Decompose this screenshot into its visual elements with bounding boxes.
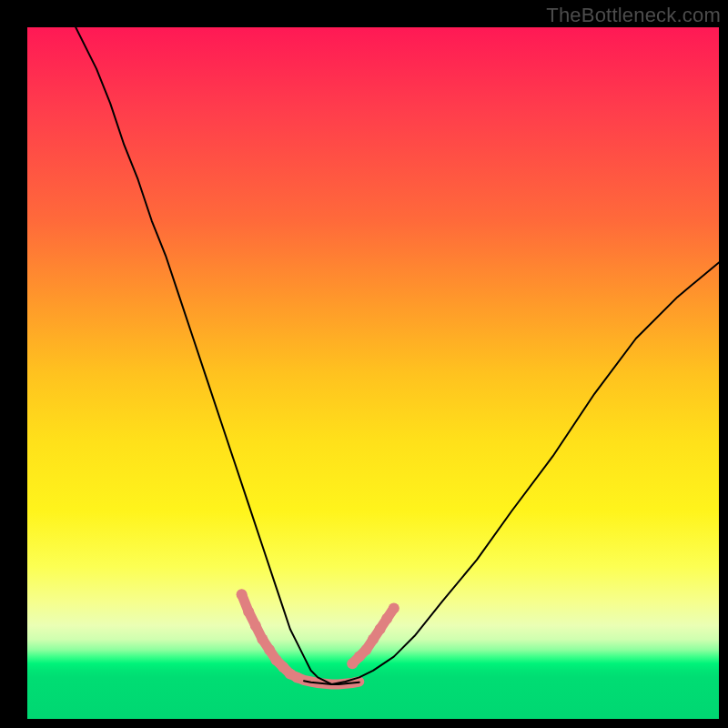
highlight-dot (375, 623, 386, 634)
highlight-dot (291, 672, 302, 682)
highlight-dot (381, 613, 392, 624)
curve-group (76, 27, 719, 684)
highlight-dot (257, 634, 268, 645)
plot-area (27, 27, 719, 719)
highlight-dot (243, 606, 254, 617)
highlight-dot (264, 644, 275, 655)
chart-frame: TheBottleneck.com (0, 0, 728, 728)
watermark-text: TheBottleneck.com (546, 4, 721, 27)
highlight-dot (360, 644, 371, 655)
highlight-dot (237, 589, 248, 600)
highlight-dot (368, 634, 379, 645)
highlight-dot (250, 620, 261, 631)
left-branch-path (76, 27, 331, 684)
highlight-dot (389, 602, 399, 613)
curve-svg (27, 27, 719, 719)
